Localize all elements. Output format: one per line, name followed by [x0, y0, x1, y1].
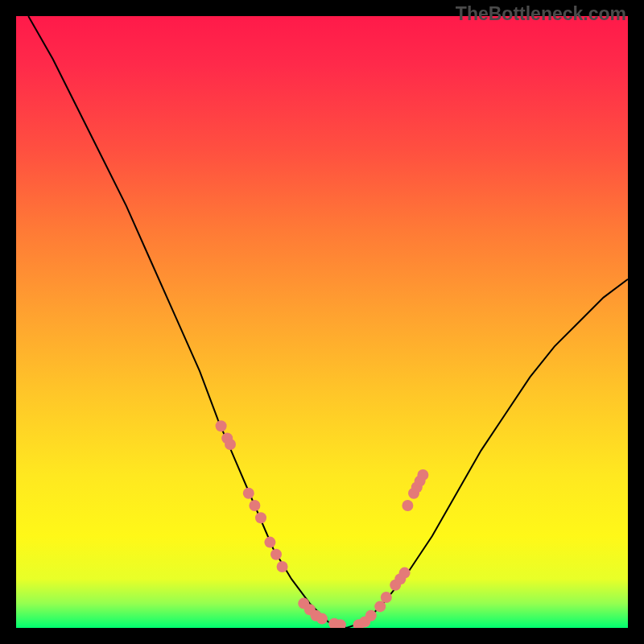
data-point: [264, 537, 275, 548]
data-point: [277, 561, 288, 572]
data-point: [270, 549, 282, 560]
plot-area: [16, 16, 628, 628]
data-point: [249, 500, 260, 511]
chart-svg: [16, 16, 628, 628]
data-point: [417, 469, 428, 481]
data-point: [216, 420, 227, 431]
data-point: [316, 613, 328, 625]
data-point: [374, 601, 386, 612]
data-point: [225, 439, 236, 450]
data-point: [381, 592, 392, 603]
data-point: [255, 512, 266, 523]
watermark-text: TheBottleneck.com: [456, 3, 626, 25]
data-point: [365, 610, 377, 621]
data-markers: [216, 420, 429, 628]
data-point: [399, 568, 411, 579]
curve-line: [28, 16, 628, 628]
data-point: [243, 488, 254, 499]
data-point: [402, 500, 413, 511]
chart-container: TheBottleneck.com: [0, 0, 644, 644]
